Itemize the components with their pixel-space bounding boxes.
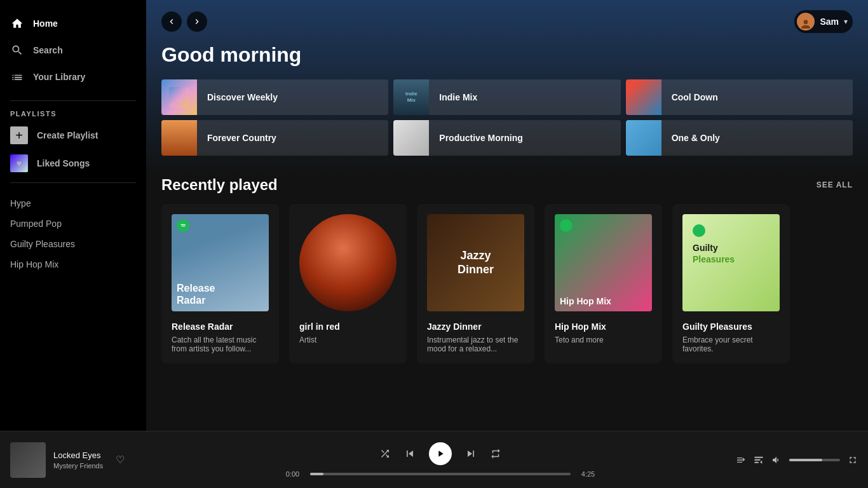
sidebar-item-hype[interactable]: Hype	[5, 193, 141, 214]
quick-item-cool-down[interactable]: Cool Down	[626, 79, 853, 115]
quick-item-one-only[interactable]: One & Only	[626, 120, 853, 156]
card-guilty-pleasures[interactable]: GuiltyPleasures Guilty Pleasures Embrace…	[672, 204, 790, 363]
cool-down-thumb	[626, 79, 661, 115]
recently-played-title: Recently played	[161, 176, 278, 194]
quick-item-forever-country[interactable]: Forever Country	[161, 120, 388, 156]
volume-bar[interactable]	[789, 459, 840, 461]
recently-played-header: Recently played SEE ALL	[161, 176, 853, 194]
girl-in-red-title: girl in red	[299, 322, 397, 332]
svg-rect-1	[169, 87, 189, 107]
sidebar-item-pumped-pop[interactable]: Pumped Pop	[5, 214, 141, 234]
sidebar-item-search[interactable]: Search	[0, 37, 146, 64]
lyrics-button[interactable]	[736, 455, 746, 465]
release-radar-img: ReleaseRadar	[172, 214, 269, 311]
sidebar-nav: Home Search Your Library	[0, 5, 146, 95]
guilty-pleasures-title: Guilty Pleasures	[682, 322, 780, 332]
chevron-down-icon: ▾	[844, 17, 848, 26]
sidebar-item-guilty-pleasures[interactable]: Guilty Pleasures	[5, 234, 141, 254]
create-playlist-icon: +	[10, 126, 28, 144]
previous-button[interactable]	[403, 447, 416, 460]
nav-buttons	[161, 11, 207, 32]
volume-bar-fill	[789, 459, 822, 461]
playlists-section-title: PLAYLISTS	[0, 106, 146, 121]
jazzy-dinner-img: JazzyDinner	[427, 214, 524, 311]
jazzy-dinner-subtitle: Instrumental jazz to set the mood for a …	[427, 336, 524, 353]
avatar	[797, 13, 815, 30]
svg-rect-6	[754, 459, 760, 460]
svg-rect-7	[754, 461, 759, 463]
main-content: Sam ▾ Good morning	[146, 0, 868, 431]
user-menu[interactable]: Sam ▾	[794, 10, 853, 33]
player-controls	[379, 442, 501, 465]
girl-in-red-subtitle: Artist	[299, 336, 397, 344]
quick-item-indie-mix[interactable]: IndieMix Indie Mix	[393, 79, 620, 115]
topbar: Sam ▾	[146, 0, 868, 43]
svg-point-3	[562, 222, 570, 229]
player-thumb	[10, 442, 46, 478]
heart-button[interactable]: ♡	[116, 454, 125, 466]
quick-item-indie-mix-label: Indie Mix	[429, 92, 487, 102]
liked-songs-icon: ♥	[10, 154, 28, 172]
progress-bar[interactable]	[310, 473, 571, 475]
quick-item-forever-country-label: Forever Country	[197, 133, 287, 143]
card-release-radar[interactable]: ReleaseRadar Release Radar Catch all the…	[161, 204, 279, 363]
sidebar-divider-2	[10, 182, 136, 183]
create-playlist-item[interactable]: + Create Playlist	[0, 121, 146, 149]
user-name: Sam	[820, 17, 839, 27]
player-bar: Locked Eyes Mystery Friends ♡	[0, 431, 868, 488]
greeting-title: Good morning	[161, 43, 853, 67]
discover-weekly-thumb	[161, 79, 197, 115]
play-pause-button[interactable]	[429, 442, 452, 465]
current-time: 0:00	[281, 470, 304, 478]
quick-item-discover-weekly[interactable]: Discover Weekly	[161, 79, 388, 115]
release-radar-title: Release Radar	[172, 322, 269, 332]
spotify-badge-gp	[693, 224, 705, 237]
repeat-button[interactable]	[490, 448, 501, 459]
player-left: Locked Eyes Mystery Friends ♡	[10, 442, 201, 478]
sidebar-item-home[interactable]: Home	[0, 10, 146, 37]
productive-morning-thumb	[393, 120, 429, 156]
sidebar: Home Search Your Library PL	[0, 0, 146, 431]
sidebar-item-hip-hop-mix[interactable]: Hip Hop Mix	[5, 254, 141, 274]
svg-rect-5	[754, 456, 763, 458]
guilty-pleasures-img: GuiltyPleasures	[682, 214, 780, 311]
spotify-badge	[177, 219, 189, 232]
player-track-name: Locked Eyes	[53, 451, 103, 460]
quick-item-one-only-label: One & Only	[661, 133, 730, 143]
liked-songs-item[interactable]: ♥ Liked Songs	[0, 149, 146, 177]
jazzy-dinner-title: Jazzy Dinner	[427, 322, 524, 332]
quick-item-cool-down-label: Cool Down	[661, 92, 728, 102]
content-area: Good morning	[146, 43, 868, 379]
quick-item-productive-morning[interactable]: Productive Morning	[393, 120, 620, 156]
back-button[interactable]	[161, 11, 182, 32]
quick-play-grid: Discover Weekly IndieMix Indie Mix Cool …	[161, 79, 853, 156]
progress-row: 0:00 4:25	[281, 470, 599, 478]
guilty-pleasures-subtitle: Embrace your secret favorites.	[682, 336, 780, 353]
sidebar-item-library[interactable]: Your Library	[0, 64, 146, 90]
hip-hop-mix-img: Hip Hop Mix	[555, 214, 652, 311]
player-center: 0:00 4:25	[201, 442, 680, 478]
card-hip-hop-mix[interactable]: Hip Hop Mix Hip Hop Mix Teto and more	[545, 204, 662, 363]
player-track-info: Locked Eyes Mystery Friends	[53, 451, 103, 470]
release-radar-subtitle: Catch all the latest music from artists …	[172, 336, 269, 353]
player-right	[680, 455, 858, 465]
svg-point-4	[695, 227, 703, 234]
queue-button[interactable]	[754, 455, 764, 465]
shuffle-button[interactable]	[379, 448, 391, 459]
volume-button[interactable]	[771, 455, 782, 465]
quick-item-productive-morning-label: Productive Morning	[429, 133, 532, 143]
progress-bar-fill	[310, 473, 323, 475]
cards-row: ReleaseRadar Release Radar Catch all the…	[161, 204, 853, 363]
next-button[interactable]	[465, 447, 477, 460]
hip-hop-mix-subtitle: Teto and more	[555, 336, 652, 344]
playlist-list: Hype Pumped Pop Guilty Pleasures Hip Hop…	[0, 193, 146, 274]
see-all-button[interactable]: SEE ALL	[817, 180, 853, 189]
forward-button[interactable]	[187, 11, 207, 32]
total-time: 4:25	[577, 470, 599, 478]
spotify-badge-hhm	[560, 219, 573, 232]
card-girl-in-red[interactable]: girl in red Artist	[289, 204, 407, 363]
library-icon	[10, 70, 24, 84]
fullscreen-button[interactable]	[848, 455, 858, 465]
card-jazzy-dinner[interactable]: JazzyDinner Jazzy Dinner Instrumental ja…	[417, 204, 534, 363]
quick-item-discover-weekly-label: Discover Weekly	[197, 92, 288, 102]
